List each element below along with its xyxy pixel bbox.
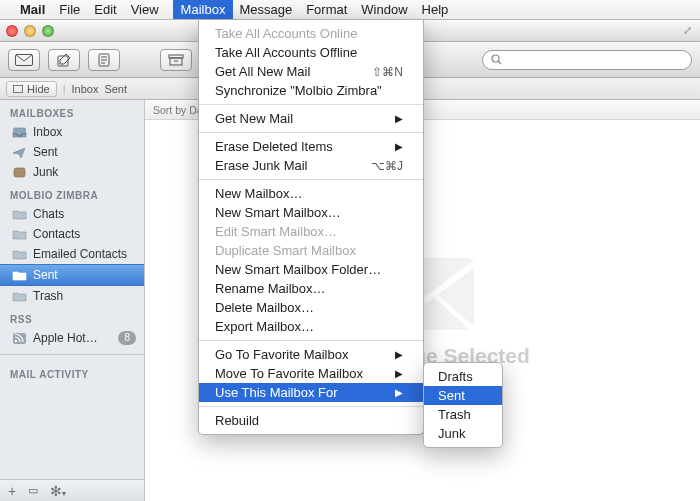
menu-item[interactable]: New Smart Mailbox… [199,203,423,222]
sidebar-item-label: Sent [33,268,58,282]
close-button[interactable] [6,25,18,37]
menu-edit[interactable]: Edit [94,2,116,17]
menu-item[interactable]: Go To Favorite Mailbox▶ [199,345,423,364]
menu-view[interactable]: View [131,2,159,17]
menu-format[interactable]: Format [306,2,347,17]
sidebar-item-label: Contacts [33,227,80,241]
submenu-arrow-icon: ▶ [371,349,403,360]
menu-item: Take All Accounts Online [199,24,423,43]
menu-item: Edit Smart Mailbox… [199,222,423,241]
sidebar-sent[interactable]: Sent [0,142,144,162]
submenu-item[interactable]: Sent [424,386,502,405]
menu-item[interactable]: Synchronize "Molbio Zimbra" [199,81,423,100]
menu-item[interactable]: Erase Junk Mail⌥⌘J [199,156,423,175]
menu-item[interactable]: Rebuild [199,411,423,430]
unread-badge: 8 [118,331,136,345]
svg-point-14 [15,339,17,341]
system-menubar: Mail File Edit View Mailbox Message Form… [0,0,700,20]
menu-message[interactable]: Message [239,2,292,17]
submenu-arrow-icon: ▶ [371,387,403,398]
sidebar-sent-folder[interactable]: Sent [0,264,144,286]
sidebar-junk[interactable]: Junk [0,162,144,182]
sidebar-item-label: Apple Hot… [33,331,98,345]
menu-window[interactable]: Window [361,2,407,17]
menu-item[interactable]: New Smart Mailbox Folder… [199,260,423,279]
fullscreen-icon[interactable]: ⤢ [683,24,692,37]
sidebar-item-label: Junk [33,165,58,179]
menu-item[interactable]: Rename Mailbox… [199,279,423,298]
search-input[interactable] [506,54,683,66]
svg-point-9 [492,55,499,62]
sidebar-item-label: Sent [33,145,58,159]
menu-item[interactable]: Take All Accounts Offline [199,43,423,62]
folder-icon [12,228,27,241]
svg-line-10 [498,61,501,64]
submenu-item[interactable]: Junk [424,424,502,443]
menu-item[interactable]: Erase Deleted Items▶ [199,137,423,156]
submenu-arrow-icon: ▶ [371,113,403,124]
sidebar-chats[interactable]: Chats [0,204,144,224]
sidebar-contacts[interactable]: Contacts [0,224,144,244]
sidebar-divider [0,354,144,355]
sidebar-item-label: Chats [33,207,64,221]
sidebar: MAILBOXES Inbox Sent Junk MOLBIO ZIMBRA … [0,100,145,501]
archive-button[interactable] [160,49,192,71]
get-mail-button[interactable] [8,49,40,71]
submenu-arrow-icon: ▶ [371,368,403,379]
note-button[interactable] [88,49,120,71]
section-mailboxes-head: MAILBOXES [0,100,144,122]
favorite-sent[interactable]: Sent [104,83,127,95]
svg-rect-12 [14,168,25,177]
search-icon [491,54,502,65]
folder-icon [12,269,27,282]
section-rss-head: RSS [0,306,144,328]
sidebar-item-label: Emailed Contacts [33,247,127,261]
favorite-inbox[interactable]: Inbox [71,83,98,95]
menu-item[interactable]: Use This Mailbox For▶ [199,383,423,402]
sidebar-footer: + ▭ ✻▾ [0,479,144,501]
submenu-item[interactable]: Trash [424,405,502,424]
menu-item[interactable]: Get All New Mail⇧⌘N [199,62,423,81]
hide-favorites-button[interactable]: Hide [6,81,57,97]
use-this-mailbox-submenu: DraftsSentTrashJunk [423,362,503,448]
menu-item[interactable]: Get New Mail▶ [199,109,423,128]
junk-icon [12,166,27,179]
menu-mailbox[interactable]: Mailbox [173,0,234,19]
sidebar-inbox[interactable]: Inbox [0,122,144,142]
search-field[interactable] [482,50,692,70]
menu-item[interactable]: New Mailbox… [199,184,423,203]
sidebar-emailed-contacts[interactable]: Emailed Contacts [0,244,144,264]
section-activity-head: MAIL ACTIVITY [0,361,144,383]
sort-label: Sort by Da [153,104,203,116]
mailbox-icon [13,85,23,93]
folder-icon [12,290,27,303]
hide-label: Hide [27,83,50,95]
action-menu-button[interactable]: ✻▾ [50,483,66,499]
submenu-item[interactable]: Drafts [424,367,502,386]
rss-icon [12,332,27,345]
zoom-button[interactable] [42,25,54,37]
menu-file[interactable]: File [59,2,80,17]
minimize-button[interactable] [24,25,36,37]
mailbox-menu: Take All Accounts OnlineTake All Account… [198,20,424,435]
app-name[interactable]: Mail [20,2,45,17]
menu-item[interactable]: Export Mailbox… [199,317,423,336]
sidebar-rss-apple[interactable]: Apple Hot… 8 [0,328,144,348]
sidebar-item-label: Inbox [33,125,62,139]
add-button[interactable]: + [8,483,16,499]
menu-item[interactable]: Delete Mailbox… [199,298,423,317]
svg-rect-11 [14,85,23,92]
sidebar-item-label: Trash [33,289,63,303]
menu-item: Duplicate Smart Mailbox [199,241,423,260]
show-button[interactable]: ▭ [28,484,38,497]
section-account-head: MOLBIO ZIMBRA [0,182,144,204]
inbox-icon [12,126,27,139]
folder-icon [12,208,27,221]
submenu-arrow-icon: ▶ [371,141,403,152]
sent-icon [12,146,27,159]
sidebar-trash[interactable]: Trash [0,286,144,306]
menu-item[interactable]: Move To Favorite Mailbox▶ [199,364,423,383]
folder-icon [12,248,27,261]
menu-help[interactable]: Help [422,2,449,17]
compose-button[interactable] [48,49,80,71]
